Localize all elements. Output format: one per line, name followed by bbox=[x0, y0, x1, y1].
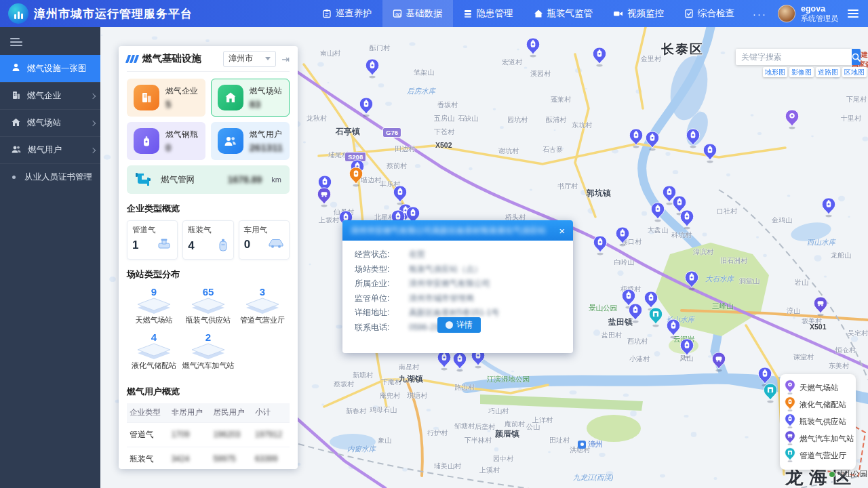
app-menu-icon[interactable] bbox=[848, 7, 859, 20]
panel-collapse-icon[interactable]: ⇥ bbox=[281, 54, 290, 64]
avatar[interactable] bbox=[778, 5, 795, 22]
nav-item-5[interactable]: 视频监控 bbox=[603, 0, 674, 27]
check-icon bbox=[684, 9, 694, 18]
app-title: 漳州市城市运行管理服务平台 bbox=[34, 6, 193, 22]
chevron-down-icon bbox=[265, 57, 271, 60]
nav-item-4[interactable]: 瓶装气监管 bbox=[524, 0, 604, 27]
nav-item-2[interactable]: a基础数据 bbox=[382, 0, 453, 27]
map-pin-bottled[interactable] bbox=[650, 202, 666, 225]
sidebar-item-1[interactable]: 燃气设施一张图 bbox=[0, 55, 100, 82]
table-row: 管道气1709196203197912 bbox=[127, 422, 290, 447]
nav-item-6[interactable]: 综合检查 bbox=[674, 0, 745, 27]
pipeline-unit: km bbox=[271, 176, 281, 184]
station-type-2[interactable]: 65瓶装气供应站 bbox=[181, 286, 235, 325]
legend-item-bottled: 瓶装气供应站 bbox=[784, 413, 852, 430]
app-logo-icon bbox=[8, 3, 28, 24]
top-bar: 漳州市城市运行管理服务平台 巡查养护a基础数据隐患管理瓶装气监管视频监控综合检查… bbox=[0, 0, 868, 27]
table-header: 企业类型 bbox=[127, 403, 169, 422]
map-pin-bottled[interactable] bbox=[452, 352, 468, 375]
stat-card-2[interactable]: 燃气场站83 bbox=[211, 79, 290, 117]
layers-icon bbox=[245, 298, 280, 314]
map-pin-bottled[interactable] bbox=[436, 350, 452, 373]
nav-more-button[interactable]: ··· bbox=[745, 8, 775, 20]
map-pin-bottled[interactable] bbox=[644, 131, 660, 154]
layer-button-4[interactable]: 区地图 bbox=[842, 67, 867, 77]
map-pin-bottled[interactable] bbox=[358, 97, 374, 120]
stat-card-1[interactable]: 燃气企业5 bbox=[127, 79, 205, 117]
sidebar-item-5[interactable]: 从业人员证书管理 bbox=[0, 163, 100, 190]
map-pin-bottled[interactable] bbox=[525, 37, 541, 60]
layers-icon bbox=[191, 298, 226, 314]
sidebar-item-3[interactable]: 燃气场站 bbox=[0, 109, 100, 136]
map-pin-hall[interactable] bbox=[648, 307, 664, 330]
map-pin-bottled[interactable] bbox=[628, 128, 644, 151]
natural-pin-icon bbox=[784, 380, 796, 396]
map-pin-bottled[interactable] bbox=[684, 270, 700, 293]
map-legend: 天燃气场站液化气储配站瓶装气供应站燃气汽车加气站管道气营业厅 bbox=[780, 374, 856, 470]
enterprise-type-card-1[interactable]: 管道气1 bbox=[127, 220, 178, 260]
enterprise-icon bbox=[134, 85, 159, 110]
table-header: 居民用户 bbox=[210, 403, 252, 422]
station-type-1[interactable]: 9天燃气场站 bbox=[127, 286, 181, 325]
search-button[interactable] bbox=[852, 49, 861, 65]
enterprise-type-card-3[interactable]: 车用气0 bbox=[239, 220, 290, 260]
users-icon bbox=[11, 144, 22, 157]
popup-detail-button[interactable]: 详情 bbox=[437, 317, 481, 333]
popup-close-icon[interactable]: × bbox=[559, 226, 565, 236]
map-pin-car[interactable] bbox=[711, 352, 727, 375]
panel-title: 燃气基础设施 bbox=[142, 52, 201, 65]
layer-button-1[interactable]: 地形图 bbox=[763, 67, 787, 77]
map-pin-bottled[interactable] bbox=[821, 197, 837, 220]
user-info[interactable]: egova 系统管理员 bbox=[801, 4, 838, 22]
map-pin-natural[interactable] bbox=[784, 109, 800, 132]
cylinder-icon bbox=[134, 128, 159, 154]
map-pin-bottled[interactable] bbox=[364, 58, 380, 81]
station-type-4[interactable]: 4液化气储配站 bbox=[127, 331, 181, 371]
map-pin-bottled[interactable] bbox=[592, 235, 608, 258]
chevron-right-icon bbox=[90, 120, 96, 125]
popup-field-3: 所属企业:漳州华安燃气有限公司 bbox=[342, 277, 573, 291]
map-pin-hall[interactable] bbox=[762, 383, 778, 406]
pipeline-value: 1678.89 bbox=[228, 174, 262, 185]
stats-grid: 燃气企业5燃气场站83燃气钢瓶0燃气用户261311 bbox=[127, 79, 290, 160]
map-pin-bottled[interactable] bbox=[702, 143, 718, 166]
popup-title: 漳州华安燃气有限公司高新区南星村瓶装液化气供应站 bbox=[351, 225, 546, 237]
car-pin-icon bbox=[784, 430, 796, 447]
search-input[interactable] bbox=[736, 49, 852, 65]
bottled-pin-icon bbox=[784, 413, 796, 430]
sidebar-item-2[interactable]: 燃气企业 bbox=[0, 82, 100, 109]
map-pin-car[interactable] bbox=[812, 296, 829, 319]
station-type-3[interactable]: 3管道气营业厅 bbox=[235, 286, 290, 325]
map-pin-car[interactable] bbox=[316, 187, 332, 210]
sidebar-item-4[interactable]: 燃气用户 bbox=[0, 136, 100, 163]
map-pin-lpg[interactable] bbox=[348, 167, 364, 190]
nav-item-3[interactable]: 隐患管理 bbox=[453, 0, 524, 27]
region-dropdown[interactable]: 漳州市 bbox=[223, 51, 276, 67]
stat-card-3[interactable]: 燃气钢瓶0 bbox=[127, 122, 205, 160]
enterprise-type-card-2[interactable]: 瓶装气4 bbox=[182, 220, 233, 260]
pipeline-card[interactable]: 燃气管网 1678.89 km bbox=[127, 165, 290, 194]
legend-item-natural: 天燃气场站 bbox=[784, 380, 852, 396]
popup-field-4: 监管单位:漳州市城市管理局 bbox=[342, 291, 573, 306]
nav-item-1[interactable]: 巡查养护 bbox=[312, 0, 382, 27]
map-pin-bottled[interactable] bbox=[679, 338, 695, 361]
layer-button-3[interactable]: 道路图 bbox=[816, 67, 840, 77]
station-type-5[interactable]: 2燃气汽车加气站 bbox=[181, 331, 235, 371]
stat-card-4[interactable]: 燃气用户261311 bbox=[211, 122, 290, 160]
sidebar: 燃气设施一张图燃气企业燃气场站燃气用户从业人员证书管理 bbox=[0, 27, 100, 488]
sidebar-collapse-icon[interactable] bbox=[0, 27, 100, 55]
enterprise-section-title: 企业类型概览 bbox=[127, 203, 290, 215]
layer-button-2[interactable]: 影像图 bbox=[789, 67, 814, 77]
bullet-icon bbox=[12, 176, 16, 179]
station-section-title: 场站类型分布 bbox=[127, 268, 290, 281]
pipe-icon bbox=[135, 171, 154, 188]
map-pin-bottled[interactable] bbox=[685, 128, 701, 151]
layer-switcher: 地形图影像图道路图区地图 bbox=[763, 67, 867, 77]
bottle-icon bbox=[534, 9, 543, 18]
map-pin-bottled[interactable] bbox=[679, 209, 695, 232]
map-pin-bottled[interactable] bbox=[614, 226, 631, 249]
map-pin-bottled[interactable] bbox=[627, 303, 644, 326]
legend-item-lpg: 液化气储配站 bbox=[784, 396, 852, 413]
popup-field-2: 场站类型:瓶装气供应站（点） bbox=[342, 262, 573, 277]
map-pin-bottled[interactable] bbox=[591, 47, 608, 70]
